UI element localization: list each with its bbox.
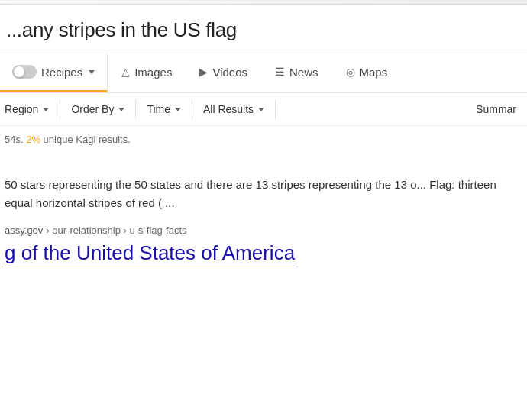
result-title[interactable]: g of the United States of America: [5, 241, 295, 267]
filters-row: Region Order By Time All Results Summar: [0, 93, 527, 126]
filter-region-label: Region: [5, 103, 38, 115]
tab-news[interactable]: ☰ News: [261, 53, 332, 92]
filter-time[interactable]: Time: [136, 99, 192, 119]
map-icon: ◎: [346, 66, 355, 78]
results-area: 50 stars representing the 50 states and …: [0, 153, 527, 275]
tab-videos[interactable]: ▶ Videos: [186, 53, 261, 92]
tab-images[interactable]: △ Images: [108, 53, 186, 92]
video-icon: ▶: [199, 66, 208, 78]
mountain-icon: △: [121, 66, 130, 78]
tab-images-label: Images: [134, 66, 172, 79]
tab-maps-label: Maps: [360, 66, 388, 79]
summary-button[interactable]: Summar: [465, 99, 527, 119]
tabs-row: Recipes △ Images ▶ Videos ☰ News ◎ Maps: [0, 53, 527, 93]
result-url-row: assy.gov › our-relationship › u-s-flag-f…: [5, 225, 522, 236]
tab-recipes-label: Recipes: [41, 66, 82, 79]
tab-videos-label: Videos: [212, 66, 247, 79]
filter-orderby-label: Order By: [71, 103, 114, 115]
summary-label: Summar: [476, 103, 516, 115]
chevron-down-icon: [118, 108, 124, 111]
filter-allresults[interactable]: All Results: [192, 99, 276, 119]
tab-news-label: News: [289, 66, 318, 79]
chevron-down-icon: [89, 70, 95, 74]
stats-time: 54s.: [5, 134, 26, 145]
chevron-down-icon: [43, 108, 49, 111]
result-snippet: 50 stars representing the 50 states and …: [5, 176, 522, 212]
search-query: ...any stripes in the US flag: [0, 18, 527, 42]
stats-unique-text: unique Kagi results.: [40, 134, 131, 145]
filter-time-label: Time: [147, 103, 170, 115]
news-icon: ☰: [275, 66, 285, 78]
result-url-path: › our-relationship › u-s-flag-facts: [46, 225, 186, 236]
filter-orderby[interactable]: Order By: [60, 99, 136, 119]
toggle-icon: [12, 65, 37, 79]
filter-allresults-label: All Results: [203, 103, 254, 115]
result-domain: assy.gov: [5, 225, 43, 236]
filter-region[interactable]: Region: [0, 99, 60, 119]
chevron-down-icon: [258, 108, 264, 111]
result-item: 50 stars representing the 50 states and …: [5, 176, 522, 267]
stats-unique-percent: 2%: [26, 134, 40, 145]
tab-recipes[interactable]: Recipes: [0, 53, 108, 92]
search-bar-area: ...any stripes in the US flag: [0, 5, 527, 53]
stats-row: 54s. 2% unique Kagi results.: [0, 126, 527, 153]
tab-maps[interactable]: ◎ Maps: [332, 53, 402, 92]
chevron-down-icon: [175, 108, 181, 111]
